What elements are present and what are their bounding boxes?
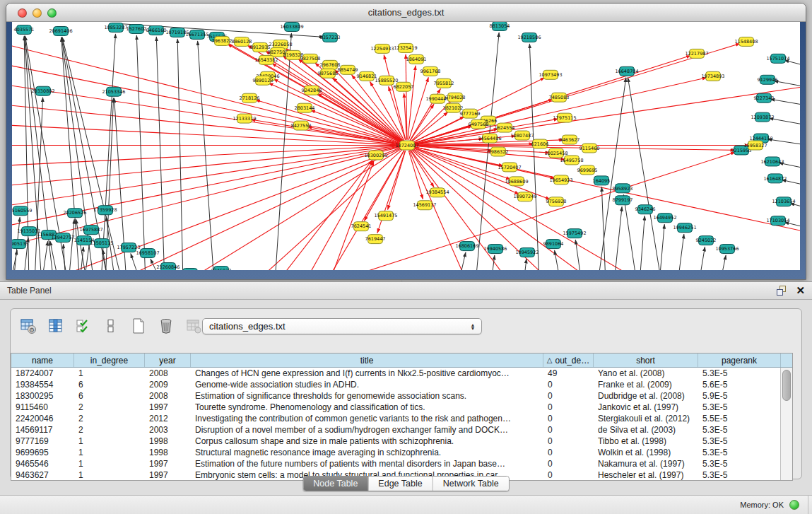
network-node[interactable]: 16648784 <box>615 66 638 76</box>
network-node[interactable]: 9961768 <box>420 66 441 76</box>
zoom-window-button[interactable] <box>47 8 57 18</box>
scrollbar-thumb[interactable] <box>782 370 791 401</box>
network-node[interactable]: 9699695 <box>577 165 598 175</box>
network-node[interactable]: 16975887 <box>79 226 102 235</box>
network-node[interactable]: 14569117 <box>413 201 436 210</box>
column-visibility-button[interactable] <box>45 315 66 337</box>
network-node[interactable]: 12093872 <box>751 112 774 122</box>
network-node[interactable]: 20691406 <box>49 26 72 35</box>
network-node[interactable]: 10807487 <box>510 131 534 140</box>
column-header-in_degree[interactable]: in_degree <box>74 354 145 367</box>
network-node[interactable]: 8813054 <box>490 22 510 30</box>
network-node[interactable]: 7485083 <box>549 93 570 102</box>
vertical-scrollbar[interactable] <box>780 368 792 480</box>
new-table-button[interactable] <box>128 315 149 337</box>
column-header-title[interactable]: title <box>191 354 543 367</box>
select-all-button[interactable] <box>73 315 94 337</box>
network-node[interactable]: 15491475 <box>374 211 397 221</box>
table-selector-dropdown[interactable]: citations_edges.txt ▲▼ <box>202 318 482 334</box>
network-node[interactable]: 6497568 <box>469 119 489 129</box>
network-node[interactable]: 15975492 <box>563 229 586 238</box>
table-row[interactable]: 977716911998Corpus callosum shape and si… <box>11 436 792 447</box>
import-table-disabled-button[interactable] <box>183 315 204 337</box>
network-node[interactable]: 8799197 <box>613 196 633 205</box>
network-node[interactable]: 18300295 <box>364 151 387 160</box>
column-header-year[interactable]: year <box>145 354 191 367</box>
network-node[interactable]: 9827508 <box>300 54 321 63</box>
network-node[interactable]: 10953766 <box>715 245 739 254</box>
network-node[interactable]: 6466160 <box>146 25 167 35</box>
network-node[interactable]: 9463627 <box>560 135 580 144</box>
network-node[interactable]: 19946251 <box>673 223 696 233</box>
network-node[interactable]: 19734893 <box>701 71 724 81</box>
network-view[interactable]: 4035571206914061085328715276026466160107… <box>12 22 800 270</box>
network-node[interactable]: 10973493 <box>539 70 562 79</box>
network-node[interactable]: 10688609 <box>505 177 528 186</box>
deselect-all-button[interactable] <box>100 315 122 337</box>
network-node[interactable]: 4035571 <box>14 25 35 34</box>
network-canvas[interactable]: 4035571206914061085328715276026466160107… <box>12 22 800 270</box>
network-node[interactable]: 9346246 <box>635 205 656 214</box>
network-node[interactable]: 20206526 <box>63 209 86 218</box>
network-node[interactable]: 23260846 <box>156 263 180 270</box>
network-node[interactable]: 9245022 <box>696 236 717 245</box>
tab-network-table[interactable]: Network Table <box>433 477 509 491</box>
network-node[interactable]: 7955812 <box>434 78 454 88</box>
network-node[interactable]: 9875685 <box>318 69 339 78</box>
table-row[interactable]: 1830029562008Estimation of significance … <box>11 390 792 402</box>
network-node[interactable]: 12254933 <box>370 44 394 53</box>
column-header-pagerank[interactable]: pagerank <box>698 354 781 367</box>
network-node[interactable]: 9245012 <box>211 267 232 270</box>
network-node[interactable]: 19940586 <box>483 245 507 254</box>
close-panel-icon[interactable]: ✕ <box>796 284 805 297</box>
network-node[interactable]: 621606 <box>531 139 549 148</box>
network-node[interactable]: 17359928 <box>93 206 117 215</box>
network-node[interactable]: 12217987 <box>685 49 708 58</box>
network-node[interactable]: 12325419 <box>394 43 417 52</box>
network-node[interactable]: 1624554 <box>495 123 515 132</box>
network-node[interactable]: 1864091 <box>406 54 427 64</box>
network-node[interactable]: 9146821 <box>357 71 377 81</box>
network-node[interactable]: 16494952 <box>653 214 676 223</box>
network-node[interactable]: 2718126 <box>240 93 260 103</box>
network-node[interactable]: 16543382 <box>254 55 278 64</box>
network-node[interactable]: 7963822 <box>212 36 233 45</box>
window-titlebar[interactable]: citations_edges.txt <box>6 4 806 22</box>
network-node[interactable]: 8958923 <box>613 184 633 193</box>
network-node[interactable]: 9115460 <box>579 144 600 153</box>
network-node[interactable]: 11548408 <box>734 37 758 46</box>
network-node[interactable]: 8357223 <box>320 33 341 42</box>
network-node[interactable]: 2803144 <box>295 103 315 112</box>
network-node[interactable]: 12103654 <box>772 197 795 206</box>
network-node[interactable]: 19654923 <box>549 175 572 185</box>
network-node[interactable]: 9777169 <box>460 109 481 118</box>
network-node[interactable]: 16671355 <box>185 30 208 39</box>
close-window-button[interactable] <box>18 8 27 18</box>
column-header-name[interactable]: name <box>11 354 74 367</box>
column-header-out_de[interactable]: △out_de… <box>543 354 594 367</box>
network-node[interactable]: 16495758 <box>560 156 583 165</box>
network-node[interactable]: 10945922 <box>515 248 539 257</box>
network-node[interactable]: 16164872 <box>763 174 787 183</box>
network-node[interactable]: 10853287 <box>104 23 127 32</box>
network-node[interactable]: 18907249 <box>513 192 536 201</box>
network-node[interactable]: 16806169 <box>455 242 478 251</box>
network-node[interactable]: 8427552 <box>291 121 312 130</box>
network-node[interactable]: 9890123 <box>253 76 273 85</box>
network-node[interactable]: 19218506 <box>517 33 541 42</box>
network-node[interactable]: 6822057 <box>394 82 414 91</box>
table-row[interactable]: 2242004622012Investigating the contribut… <box>11 413 792 424</box>
tab-edge-table[interactable]: Edge Table <box>367 477 432 491</box>
network-node[interactable]: 13942757 <box>51 233 74 243</box>
table-row[interactable]: 1938455462009Genome-wide association stu… <box>11 379 792 390</box>
network-node[interactable]: 7624541 <box>351 222 372 231</box>
network-node[interactable]: 24564486 <box>478 134 501 143</box>
table-settings-button[interactable]: ⚙ <box>18 315 39 337</box>
network-node[interactable]: 5905135 <box>12 240 28 249</box>
minimize-window-button[interactable] <box>33 8 42 18</box>
network-node[interactable]: 10025458 <box>544 148 567 158</box>
table-row[interactable]: 1456911722003Disruption of a novel membe… <box>11 424 792 436</box>
network-node[interactable]: 9129946 <box>758 75 778 84</box>
network-node[interactable]: 9242848 <box>302 86 322 95</box>
delete-table-button[interactable] <box>155 315 177 337</box>
